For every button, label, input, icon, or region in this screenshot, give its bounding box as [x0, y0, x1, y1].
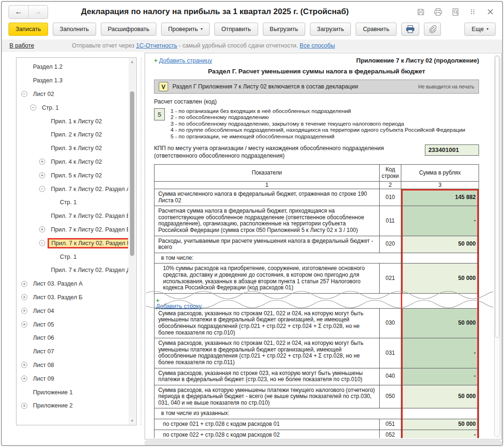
send-button[interactable]: Отправить	[214, 23, 258, 36]
amount-value: -	[401, 218, 479, 224]
indicator-cell: по строке 022 + стр.028 с кодом расходов…	[154, 430, 379, 438]
amount-cell[interactable]: 50 000	[401, 385, 479, 408]
section-title: Раздел Г. Расчет уменьшения суммы налога…	[154, 68, 479, 75]
sidebar-item[interactable]: Раздел 1.2	[30, 62, 66, 72]
expand-icon[interactable]: +	[21, 281, 27, 287]
table-row: Сумма расходов, указанных по строкам 021…	[154, 309, 479, 338]
1c-reporting-link[interactable]: 1С-Отчетность	[136, 42, 177, 49]
more-button-label: Еще	[471, 26, 484, 32]
expand-icon[interactable]: +	[21, 321, 27, 327]
amount-cell[interactable]: -	[401, 430, 479, 438]
back-button[interactable]: ←	[9, 6, 28, 18]
sidebar-item[interactable]: Лист 08	[30, 360, 57, 370]
collapse-icon[interactable]: −	[39, 240, 45, 246]
sidebar-item[interactable]: Стр. 1	[57, 252, 80, 262]
sidebar-item[interactable]: Прил. 7 к Листу 02. Раздел А	[48, 184, 128, 194]
print-button[interactable]	[401, 23, 419, 36]
expand-icon[interactable]: +	[21, 308, 27, 314]
add-row-link[interactable]: +Добавить строку	[156, 297, 202, 310]
sidebar-item[interactable]: Прил. 1 к Листу 02	[48, 117, 105, 126]
more-dots-icon[interactable]	[469, 8, 477, 16]
expand-icon[interactable]: +	[21, 294, 27, 300]
calc-code-field[interactable]: 5	[154, 108, 165, 120]
save-icon[interactable]	[416, 8, 425, 16]
sidebar-item[interactable]: Стр. 1	[39, 103, 62, 112]
sidebar-item[interactable]: Лист 09	[30, 374, 57, 383]
form-page: +Добавить страницу Приложение 7 к Листу …	[154, 57, 479, 438]
sidebar-item[interactable]: Прил. 2 к Листу 02	[48, 130, 105, 139]
include-checkbox[interactable]: V	[159, 82, 168, 91]
check-button-label: Проверить	[168, 26, 198, 32]
preview-icon[interactable]	[451, 8, 460, 16]
expand-icon[interactable]: +	[39, 159, 45, 165]
sidebar-scrollbar[interactable]: ▲ ▼	[129, 58, 136, 424]
attach-button[interactable]	[424, 23, 441, 36]
expand-icon[interactable]: +	[21, 403, 27, 409]
amount-cell[interactable]: 50 000	[401, 236, 479, 253]
form-scroll-thumb[interactable]	[495, 56, 499, 338]
amount-cell[interactable]: 50 000	[401, 309, 479, 338]
forward-button[interactable]: →	[28, 6, 48, 18]
collapse-icon[interactable]: −	[30, 104, 36, 111]
form-horizontal-scrollbar[interactable]	[145, 440, 502, 446]
sidebar-item[interactable]: Лист 06	[30, 333, 57, 343]
sidebar-item[interactable]: Приложение 1	[30, 388, 76, 397]
fill-button-label: Заполнить	[60, 26, 89, 32]
table-row: Сумма исчисленного налога в федеральный …	[154, 189, 479, 206]
print-icon[interactable]	[434, 8, 442, 16]
sidebar-item[interactable]: Лист 03. Раздел А	[30, 279, 86, 288]
sidebar-item[interactable]: Прил. 7 к Листу 02. Раздел В	[48, 225, 128, 234]
decrypt-button-label: Расшифровать	[108, 26, 149, 32]
scroll-down-icon[interactable]: ▼	[129, 419, 136, 423]
sidebar-scroll-thumb[interactable]	[130, 91, 134, 256]
sidebar-item[interactable]: Прил. 3 к Листу 02	[48, 144, 105, 153]
sidebar-item[interactable]: Приложение 2	[30, 401, 76, 410]
tree-item: −Прил. 7 к Листу 02. Раздел А	[16, 182, 128, 196]
sidebar-item[interactable]: Лист 07	[30, 347, 57, 356]
more-button[interactable]: Еще▾	[464, 23, 496, 36]
amount-cell[interactable]: -	[401, 206, 479, 235]
sidebar-item[interactable]: Прил. 4 к Листу 02	[48, 157, 105, 167]
collapse-icon[interactable]: −	[39, 186, 45, 192]
tree-items: Раздел 1.2Раздел 1.3−Лист 02−Стр. 1Прил.…	[16, 60, 128, 423]
sidebar-item[interactable]: Лист 03. Раздел Б	[30, 293, 86, 302]
expand-icon[interactable]: +	[39, 226, 45, 232]
export-button[interactable]: Выгрузить	[263, 23, 305, 36]
sidebar-item[interactable]: Лист 04	[30, 306, 57, 316]
sidebar-item[interactable]: Прил. 7 к Листу 02. Раздел Д	[48, 265, 128, 275]
sidebar-item[interactable]: Лист 02	[30, 89, 57, 99]
sidebar-item[interactable]: Прил. 5 к Листу 02	[48, 171, 105, 180]
table-row: Расходы, учитываемые при расчете уменьше…	[154, 236, 479, 253]
check-button[interactable]: Проверить▾	[161, 23, 210, 36]
table-row: Расчетная сумма налога в федеральный бюд…	[154, 206, 479, 236]
kpp-field[interactable]: 233401001	[425, 144, 479, 156]
fill-button[interactable]: Заполнить	[53, 23, 96, 36]
expand-icon[interactable]: +	[39, 172, 45, 178]
titlebar-icons	[416, 8, 496, 16]
sidebar-item[interactable]: Лист 05	[30, 320, 57, 329]
add-page-link[interactable]: +Добавить страницу	[154, 57, 212, 64]
sidebar-item[interactable]: Стр. 1	[57, 198, 80, 207]
amount-cell[interactable]: 50 000	[401, 419, 479, 430]
amount-cell[interactable]: 145 882	[401, 189, 479, 206]
collapse-icon[interactable]: −	[21, 91, 27, 97]
sidebar-item[interactable]: Раздел 1.3	[30, 76, 66, 85]
form-vertical-scrollbar[interactable]	[494, 55, 500, 437]
amount-cell[interactable]: 50 000	[401, 263, 479, 293]
amount-column-annotation	[401, 293, 479, 309]
amount-cell[interactable]: -	[401, 368, 479, 385]
sidebar-item[interactable]: Прил. 7 к Листу 02. Раздел Г	[48, 238, 128, 248]
all-methods-link[interactable]: Все способы	[300, 42, 335, 49]
sidebar-item[interactable]: Прил. 7 к Листу 02. Раздел Б	[48, 211, 128, 221]
compare-button[interactable]: Сравнить	[356, 23, 396, 36]
status-state-link[interactable]: В работе	[9, 42, 34, 49]
expand-icon[interactable]: +	[21, 375, 27, 382]
expand-icon[interactable]: +	[21, 362, 27, 368]
amount-cell[interactable]: -	[401, 338, 479, 367]
decrypt-button[interactable]: Расшифровать	[101, 23, 156, 36]
panel-splitter[interactable]	[141, 57, 141, 425]
close-icon[interactable]	[486, 8, 495, 16]
write-button[interactable]: Записать	[8, 23, 48, 36]
import-button[interactable]: Загрузить	[310, 23, 351, 36]
scroll-up-icon[interactable]: ▲	[129, 60, 136, 64]
